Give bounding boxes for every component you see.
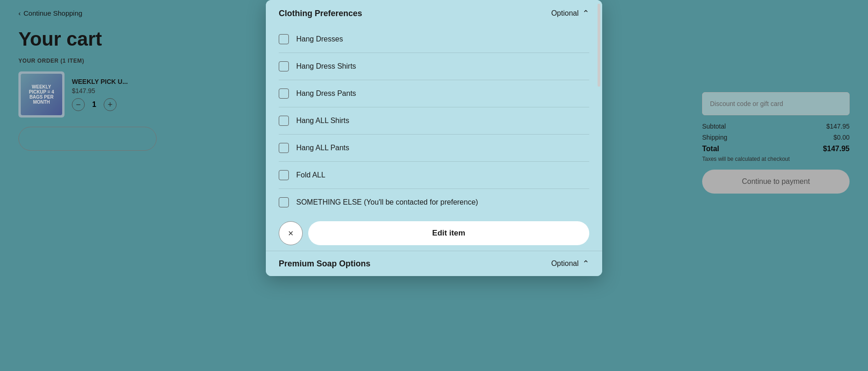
modal-content-scrollable: Clothing Preferences Optional ⌃ Hang Dre… <box>266 0 602 276</box>
pref-something-else-checkbox[interactable] <box>279 197 289 207</box>
pref-hang-dresses[interactable]: Hang Dresses <box>279 26 589 53</box>
clothing-chevron-up-icon: ⌃ <box>582 8 589 18</box>
edit-item-button[interactable]: Edit item <box>308 221 589 245</box>
pref-something-else-label: SOMETHING ELSE (You'll be contacted for … <box>296 198 478 206</box>
premium-soap-optional-label: Optional <box>551 259 579 268</box>
pref-hang-dress-shirts-checkbox[interactable] <box>279 61 289 71</box>
modal-dialog: Clothing Preferences Optional ⌃ Hang Dre… <box>266 0 602 276</box>
pref-hang-all-shirts-label: Hang ALL Shirts <box>296 117 349 125</box>
clothing-preferences-title: Clothing Preferences <box>279 9 362 18</box>
premium-soap-toggle[interactable]: Optional ⌃ <box>551 259 589 269</box>
pref-hang-dress-pants[interactable]: Hang Dress Pants <box>279 80 589 107</box>
modal-overlay: Clothing Preferences Optional ⌃ Hang Dre… <box>0 0 868 371</box>
pref-hang-dress-pants-checkbox[interactable] <box>279 88 289 99</box>
clothing-optional-label: Optional <box>551 9 579 18</box>
close-button[interactable]: × <box>279 221 303 245</box>
clothing-preferences-list: Hang Dresses Hang Dress Shirts Hang Dres… <box>266 26 602 216</box>
clothing-preferences-header: Clothing Preferences Optional ⌃ <box>266 0 602 26</box>
pref-hang-dress-pants-label: Hang Dress Pants <box>296 89 356 98</box>
pref-hang-all-pants-label: Hang ALL Pants <box>296 144 349 152</box>
clothing-preferences-toggle[interactable]: Optional ⌃ <box>551 8 589 18</box>
pref-hang-dresses-label: Hang Dresses <box>296 35 343 43</box>
pref-fold-all-label: Fold ALL <box>296 171 325 179</box>
pref-hang-all-shirts-checkbox[interactable] <box>279 116 289 126</box>
premium-soap-header: Premium Soap Options Optional ⌃ <box>266 251 602 276</box>
modal-bottom-bar: × Edit item <box>266 216 602 251</box>
pref-fold-all[interactable]: Fold ALL <box>279 162 589 189</box>
premium-soap-chevron-up-icon: ⌃ <box>582 259 589 269</box>
pref-fold-all-checkbox[interactable] <box>279 170 289 180</box>
pref-hang-all-pants-checkbox[interactable] <box>279 143 289 153</box>
pref-hang-dresses-checkbox[interactable] <box>279 34 289 44</box>
pref-hang-dress-shirts-label: Hang Dress Shirts <box>296 62 356 71</box>
pref-hang-all-shirts[interactable]: Hang ALL Shirts <box>279 107 589 135</box>
scrollbar[interactable] <box>598 4 600 87</box>
premium-soap-title: Premium Soap Options <box>279 259 370 269</box>
pref-something-else[interactable]: SOMETHING ELSE (You'll be contacted for … <box>279 189 589 216</box>
pref-hang-dress-shirts[interactable]: Hang Dress Shirts <box>279 53 589 80</box>
pref-hang-all-pants[interactable]: Hang ALL Pants <box>279 135 589 162</box>
